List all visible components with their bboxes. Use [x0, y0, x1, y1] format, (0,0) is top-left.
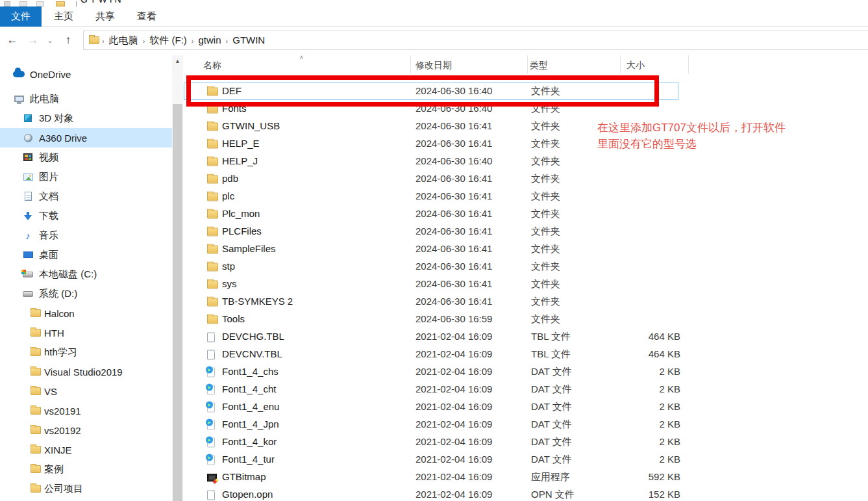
file-size: 2 KB — [602, 401, 680, 412]
sidebar-item-hth学习[interactable]: hth学习 — [0, 342, 172, 362]
column-header-type[interactable]: 类型 — [530, 60, 548, 71]
file-row-pdb[interactable]: pdb 2024-06-30 16:41 文件夹 — [184, 170, 868, 188]
file-type: 文件夹 — [531, 313, 560, 326]
address-folder-icon — [89, 36, 99, 44]
file-type: DAT 文件 — [531, 383, 572, 396]
column-divider — [688, 55, 689, 73]
sidebar-item-a360-drive[interactable]: A360 Drive — [0, 128, 172, 148]
file-row-tools[interactable]: Tools 2024-06-30 16:59 文件夹 — [184, 311, 868, 328]
scrollbar-thumb[interactable] — [173, 104, 182, 501]
breadcrumb-item[interactable]: GTWIN — [228, 34, 269, 45]
sidebar-item-this-pc[interactable]: 此电脑 — [0, 89, 172, 109]
file-name: pdb — [222, 173, 238, 184]
sidebar-item-label: 系统 (D:) — [39, 288, 77, 300]
sidebar-item-local-disk-c[interactable]: 本地磁盘 (C:) — [0, 264, 172, 284]
sidebar-item-3d-objects[interactable]: 3D 对象 — [0, 109, 172, 128]
file-row-font1-4-kor[interactable]: Font1_4_kor 2021-02-04 16:09 DAT 文件 2 KB — [184, 433, 868, 451]
sidebar-item-label: vs20191 — [44, 405, 81, 417]
file-row-plcfiles[interactable]: PLCFiles 2024-06-30 16:41 文件夹 — [184, 223, 868, 240]
sidebar-item-halcon[interactable]: Halcon — [0, 303, 172, 323]
column-header-date[interactable]: 修改日期 — [415, 60, 452, 71]
back-icon[interactable]: ← — [4, 32, 21, 49]
file-date: 2021-02-04 16:09 — [415, 471, 492, 482]
annotation-rectangle — [186, 75, 659, 107]
file-row-plc-mon[interactable]: Plc_mon 2024-06-30 16:41 文件夹 — [184, 205, 868, 223]
column-header-name[interactable]: 名称 — [203, 60, 221, 71]
file-row-font1-4-tur[interactable]: Font1_4_tur 2021-02-04 16:09 DAT 文件 2 KB — [184, 451, 868, 469]
recent-locations-chevron-icon[interactable]: ⌄ — [44, 32, 56, 49]
column-header-size[interactable]: 大小 — [626, 60, 645, 71]
file-row-font1-4-cht[interactable]: Font1_4_cht 2021-02-04 16:09 DAT 文件 2 KB — [184, 381, 868, 398]
sidebar-item-desktop[interactable]: 桌面 — [0, 245, 172, 264]
file-date: 2021-02-04 16:09 — [415, 454, 492, 465]
file-name: TB-SYMKEYS 2 — [222, 296, 293, 307]
file-row-help-j[interactable]: HELP_J 2024-06-30 16:40 文件夹 — [184, 153, 868, 170]
file-type: 应用程序 — [531, 471, 570, 483]
sidebar-item-hth[interactable]: HTH — [0, 323, 172, 342]
file-row-tb-symkeys-2[interactable]: TB-SYMKEYS 2 2024-06-30 16:41 文件夹 — [184, 293, 868, 311]
file-row-samplefiles[interactable]: SampleFiles 2024-06-30 16:41 文件夹 — [184, 240, 868, 258]
file-type: DAT 文件 — [531, 454, 572, 466]
quick-access-icon[interactable] — [19, 1, 27, 6]
tab-home[interactable]: 主页 — [47, 6, 81, 27]
sidebar-item-onedrive[interactable]: OneDrive — [0, 64, 172, 84]
up-icon[interactable]: ↑ — [60, 32, 77, 49]
file-row-font1-4-chs[interactable]: Font1_4_chs 2021-02-04 16:09 DAT 文件 2 KB — [184, 363, 868, 381]
folder-icon — [30, 405, 42, 417]
file-type: DAT 文件 — [531, 436, 572, 448]
file-row-gtbitmap[interactable]: GTBitmap 2021-02-04 16:09 应用程序 592 KB — [184, 469, 868, 486]
tab-view[interactable]: 查看 — [130, 6, 164, 27]
breadcrumb-item[interactable]: 软件 (F:) — [145, 34, 192, 45]
folder-icon — [30, 307, 42, 319]
cube-icon — [22, 112, 34, 124]
quick-access-icon[interactable] — [36, 1, 44, 6]
scroll-up-icon[interactable]: ▲ — [172, 55, 183, 66]
file-row-font1-4-enu[interactable]: Font1_4_enu 2021-02-04 16:09 DAT 文件 2 KB — [184, 398, 868, 416]
tab-file[interactable]: 文件 — [0, 6, 42, 27]
sidebar-item-documents[interactable]: 文档 — [0, 186, 172, 206]
column-divider — [527, 55, 528, 73]
tab-share[interactable]: 共享 — [88, 6, 122, 27]
file-row-plc[interactable]: plc 2024-06-30 16:41 文件夹 — [184, 188, 868, 205]
file-row-stp[interactable]: stp 2024-06-30 16:41 文件夹 — [184, 258, 868, 276]
film-icon — [22, 151, 34, 163]
sidebar-item-案例[interactable]: 案例 — [0, 459, 172, 479]
file-date: 2021-02-04 16:09 — [415, 331, 492, 342]
sidebar-item-vs20191[interactable]: vs20191 — [0, 401, 172, 420]
file-name: Font1_4_tur — [222, 454, 275, 465]
file-date: 2021-02-04 16:09 — [415, 489, 492, 500]
sidebar-scrollbar[interactable]: ▲ — [172, 55, 183, 501]
sidebar-item-visual-studio2019[interactable]: Visual Studio2019 — [0, 362, 172, 381]
forward-icon[interactable]: → — [25, 32, 42, 49]
file-row-devchg-tbl[interactable]: DEVCHG.TBL 2021-02-04 16:09 TBL 文件 464 K… — [184, 328, 868, 346]
file-row-font1-4-jpn[interactable]: Font1_4_Jpn 2021-02-04 16:09 DAT 文件 2 KB — [184, 416, 868, 433]
breadcrumb-item[interactable]: gtwin — [194, 34, 226, 45]
file-name: PLCFiles — [222, 225, 262, 237]
file-name: DEVCHG.TBL — [222, 331, 284, 342]
folder-icon — [30, 463, 42, 475]
list-header: 名称 ∧ 修改日期 类型 大小 — [184, 55, 868, 75]
sidebar-item-label: OneDrive — [30, 69, 71, 80]
file-row-devcnv-tbl[interactable]: DEVCNV.TBL 2021-02-04 16:09 TBL 文件 464 K… — [184, 346, 868, 363]
address-bar[interactable]: ›此电脑›软件 (F:)›gtwin›GTWIN — [83, 31, 868, 50]
sidebar-item-system-d[interactable]: 系统 (D:) — [0, 284, 172, 303]
file-row-gtopen-opn[interactable]: Gtopen.opn 2021-02-04 16:09 OPN 文件 152 K… — [184, 486, 868, 501]
sidebar-item-videos[interactable]: 视频 — [0, 148, 172, 167]
quick-access-icon[interactable] — [4, 1, 10, 6]
sidebar-item-pictures[interactable]: 图片 — [0, 167, 172, 186]
file-date: 2021-02-04 16:09 — [415, 383, 492, 394]
sidebar-item-label: Visual Studio2019 — [44, 366, 123, 378]
sidebar-item-music[interactable]: ♪ 音乐 — [0, 225, 172, 245]
sidebar-item-vs20192[interactable]: vs20192 — [0, 420, 172, 440]
folder-icon — [207, 263, 218, 271]
pic-icon — [22, 171, 34, 183]
file-name: plc — [222, 190, 234, 201]
sidebar-item-downloads[interactable]: 下载 — [0, 206, 172, 225]
sidebar-item-xinje[interactable]: XINJE — [0, 440, 172, 459]
sidebar-item-label: 3D 对象 — [39, 112, 73, 125]
file-date: 2024-06-30 16:41 — [415, 120, 492, 131]
file-row-sys[interactable]: sys 2024-06-30 16:41 文件夹 — [184, 276, 868, 293]
sidebar-item-vs[interactable]: VS — [0, 381, 172, 401]
sidebar-item-公司项目[interactable]: 公司项目 — [0, 479, 172, 498]
breadcrumb-item[interactable]: 此电脑 — [105, 34, 143, 45]
